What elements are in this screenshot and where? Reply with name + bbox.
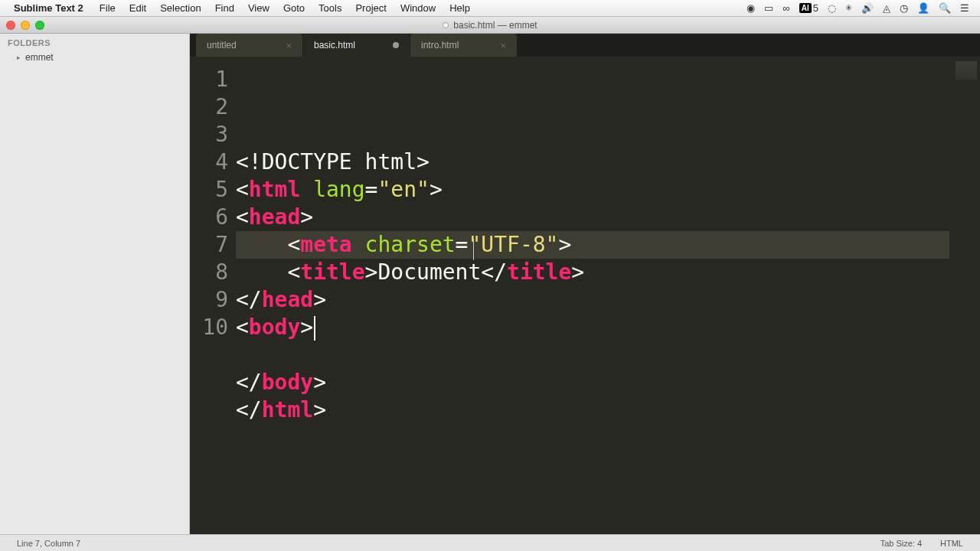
clock-icon[interactable]: ◷ (895, 2, 913, 14)
sidebar-heading: FOLDERS (0, 34, 189, 51)
line-number: 9 (190, 286, 228, 314)
window-titlebar: basic.html — emmet (0, 17, 980, 34)
line-number: 1 (190, 66, 228, 93)
line-number: 4 (190, 148, 228, 176)
disclosure-triangle-icon[interactable]: ▸ (17, 54, 21, 61)
code-line[interactable]: <title>Document</title> (236, 259, 949, 286)
code-line[interactable] (236, 341, 949, 369)
menu-edit[interactable]: Edit (122, 2, 153, 14)
code-line[interactable]: <head> (236, 204, 949, 231)
app-name[interactable]: Sublime Text 2 (14, 2, 93, 14)
code-line[interactable]: </head> (236, 286, 949, 314)
tab-label: untitled (207, 40, 237, 51)
zoom-window-button[interactable] (35, 21, 44, 30)
menu-goto[interactable]: Goto (276, 2, 312, 14)
record-icon[interactable]: ◉ (742, 2, 760, 14)
line-number-gutter: 12345678910 (190, 57, 236, 534)
window-title: basic.html — emmet (453, 20, 537, 31)
status-syntax[interactable]: HTML (931, 539, 972, 548)
chat-icon[interactable]: ◌ (823, 2, 841, 14)
close-tab-icon[interactable]: × (286, 40, 292, 51)
code-line[interactable]: </html> (236, 396, 949, 424)
minimize-window-button[interactable] (21, 21, 30, 30)
tab-label: basic.html (314, 40, 355, 51)
sync-icon[interactable]: ✳ (841, 3, 857, 13)
line-number: 8 (190, 259, 228, 286)
screen-icon[interactable]: ▭ (760, 2, 778, 14)
tab-label: intro.html (421, 40, 459, 51)
menu-help[interactable]: Help (443, 2, 477, 14)
folder-emmet[interactable]: ▸emmet (0, 51, 189, 64)
code-line[interactable]: <!DOCTYPE html> (236, 148, 949, 176)
line-number: 3 (190, 121, 228, 148)
user-icon[interactable]: 👤 (913, 2, 934, 14)
line-number: 10 (190, 314, 228, 341)
code-line[interactable]: <body> (236, 314, 949, 341)
menu-selection[interactable]: Selection (153, 2, 207, 14)
status-bar: Line 7, Column 7 Tab Size: 4 HTML (0, 534, 980, 551)
text-caret (314, 316, 315, 341)
tab-untitled[interactable]: untitled× (196, 34, 303, 57)
close-tab-icon[interactable]: × (500, 40, 506, 51)
menu-icon[interactable]: ☰ (956, 2, 974, 14)
tab-intro-html[interactable]: intro.html× (410, 34, 518, 57)
menu-tools[interactable]: Tools (312, 2, 348, 14)
adobe-ai-icon[interactable]: AI5 (795, 2, 823, 14)
code-line[interactable]: <html lang="en"> (236, 176, 949, 204)
menu-file[interactable]: File (93, 2, 122, 14)
tab-basic-html[interactable]: basic.html (303, 34, 410, 57)
line-number: 5 (190, 176, 228, 204)
code-editor[interactable]: 12345678910 <!DOCTYPE html><html lang="e… (190, 57, 980, 534)
cloud-icon[interactable]: ∞ (778, 2, 794, 14)
menu-view[interactable]: View (241, 2, 276, 14)
menu-project[interactable]: Project (348, 2, 393, 14)
line-number: 2 (190, 93, 228, 121)
code-line[interactable]: </body> (236, 369, 949, 396)
menu-find[interactable]: Find (208, 2, 241, 14)
spotlight-icon[interactable]: 🔍 (934, 2, 956, 14)
status-position[interactable]: Line 7, Column 7 (8, 539, 90, 548)
line-number: 6 (190, 204, 228, 231)
dirty-indicator-icon (393, 42, 399, 48)
macos-menubar: Sublime Text 2 FileEditSelectionFindView… (0, 0, 980, 17)
folder-label: emmet (25, 52, 54, 63)
document-icon (443, 22, 449, 28)
status-tab-size[interactable]: Tab Size: 4 (871, 539, 931, 548)
tab-bar: untitled×basic.htmlintro.html× (190, 34, 980, 57)
line-number: 7 (190, 231, 228, 259)
wifi-icon[interactable]: ◬ (878, 2, 895, 14)
sidebar: FOLDERS ▸emmet (0, 34, 190, 534)
menu-window[interactable]: Window (394, 2, 443, 14)
text-cursor-ibeam (473, 239, 474, 260)
minimap[interactable] (949, 57, 980, 534)
volume-icon[interactable]: 🔊 (857, 2, 878, 14)
close-window-button[interactable] (6, 21, 15, 30)
